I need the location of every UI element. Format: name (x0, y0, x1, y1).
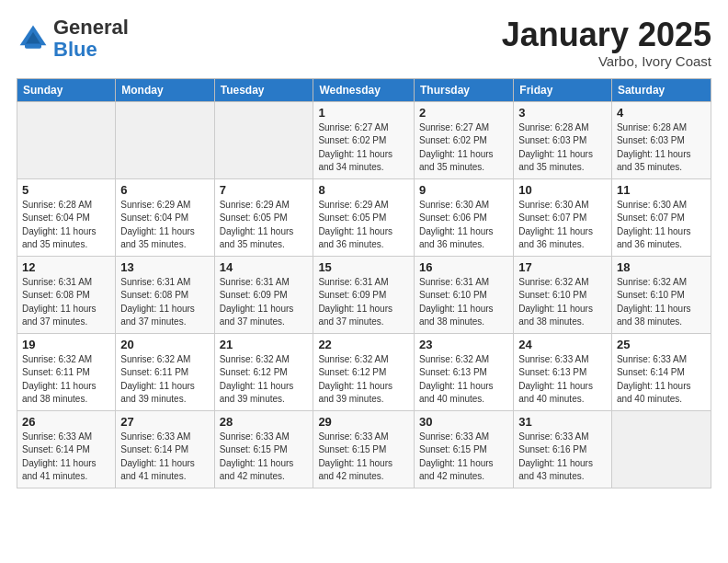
calendar-cell: 21Sunrise: 6:32 AM Sunset: 6:12 PM Dayli… (214, 333, 313, 410)
header: General Blue January 2025 Varbo, Ivory C… (17, 17, 711, 69)
calendar-header-sunday: Sunday (17, 78, 116, 101)
calendar-header-row: SundayMondayTuesdayWednesdayThursdayFrid… (17, 78, 711, 101)
calendar-header-wednesday: Wednesday (313, 78, 415, 101)
calendar-cell: 13Sunrise: 6:31 AM Sunset: 6:08 PM Dayli… (116, 256, 214, 333)
day-info: Sunrise: 6:32 AM Sunset: 6:10 PM Dayligh… (518, 276, 607, 329)
day-number: 14 (220, 260, 309, 274)
day-number: 31 (518, 415, 607, 429)
day-info: Sunrise: 6:31 AM Sunset: 6:10 PM Dayligh… (419, 276, 508, 329)
logo-icon (17, 22, 50, 55)
day-number: 19 (22, 338, 110, 351)
calendar-cell: 2Sunrise: 6:27 AM Sunset: 6:02 PM Daylig… (414, 101, 513, 178)
day-number: 12 (22, 260, 110, 274)
day-number: 18 (617, 260, 706, 274)
calendar-header-saturday: Saturday (611, 78, 711, 101)
day-number: 30 (419, 415, 508, 429)
day-info: Sunrise: 6:32 AM Sunset: 6:12 PM Dayligh… (220, 353, 309, 407)
calendar-cell: 7Sunrise: 6:29 AM Sunset: 6:05 PM Daylig… (214, 178, 313, 256)
day-info: Sunrise: 6:33 AM Sunset: 6:14 PM Dayligh… (120, 431, 209, 484)
day-info: Sunrise: 6:32 AM Sunset: 6:11 PM Dayligh… (120, 353, 209, 407)
calendar-cell: 28Sunrise: 6:33 AM Sunset: 6:15 PM Dayli… (214, 410, 313, 488)
day-info: Sunrise: 6:32 AM Sunset: 6:10 PM Dayligh… (617, 276, 706, 329)
calendar-cell: 4Sunrise: 6:28 AM Sunset: 6:03 PM Daylig… (611, 101, 711, 178)
svg-rect-2 (25, 44, 41, 49)
calendar-cell: 15Sunrise: 6:31 AM Sunset: 6:09 PM Dayli… (313, 256, 415, 333)
calendar-header-tuesday: Tuesday (214, 78, 313, 101)
day-number: 6 (120, 183, 209, 197)
day-number: 8 (318, 183, 409, 197)
day-info: Sunrise: 6:29 AM Sunset: 6:05 PM Dayligh… (318, 199, 409, 252)
calendar-cell: 22Sunrise: 6:32 AM Sunset: 6:12 PM Dayli… (313, 333, 415, 410)
day-number: 29 (318, 415, 409, 429)
calendar-cell: 17Sunrise: 6:32 AM Sunset: 6:10 PM Dayli… (514, 256, 612, 333)
title-block: January 2025 Varbo, Ivory Coast (502, 17, 711, 69)
calendar-cell: 10Sunrise: 6:30 AM Sunset: 6:07 PM Dayli… (514, 178, 612, 256)
calendar-header-friday: Friday (514, 78, 612, 101)
day-number: 24 (518, 338, 607, 351)
calendar-cell (17, 101, 116, 178)
day-info: Sunrise: 6:31 AM Sunset: 6:09 PM Dayligh… (220, 276, 309, 329)
day-number: 26 (22, 415, 110, 429)
calendar-cell: 1Sunrise: 6:27 AM Sunset: 6:02 PM Daylig… (313, 101, 415, 178)
day-info: Sunrise: 6:27 AM Sunset: 6:02 PM Dayligh… (419, 121, 508, 175)
calendar-cell: 30Sunrise: 6:33 AM Sunset: 6:15 PM Dayli… (414, 410, 513, 488)
day-number: 9 (419, 183, 508, 197)
calendar-cell: 5Sunrise: 6:28 AM Sunset: 6:04 PM Daylig… (17, 178, 116, 256)
day-info: Sunrise: 6:30 AM Sunset: 6:06 PM Dayligh… (419, 199, 508, 252)
day-info: Sunrise: 6:33 AM Sunset: 6:15 PM Dayligh… (419, 431, 508, 484)
calendar-cell: 26Sunrise: 6:33 AM Sunset: 6:14 PM Dayli… (17, 410, 116, 488)
day-info: Sunrise: 6:32 AM Sunset: 6:13 PM Dayligh… (419, 353, 508, 407)
day-number: 21 (220, 338, 309, 351)
day-number: 13 (120, 260, 209, 274)
calendar-cell: 16Sunrise: 6:31 AM Sunset: 6:10 PM Dayli… (414, 256, 513, 333)
calendar-cell: 20Sunrise: 6:32 AM Sunset: 6:11 PM Dayli… (116, 333, 214, 410)
calendar-cell (611, 410, 711, 488)
calendar-week-1: 1Sunrise: 6:27 AM Sunset: 6:02 PM Daylig… (17, 101, 711, 178)
subtitle: Varbo, Ivory Coast (502, 53, 711, 69)
calendar-header-thursday: Thursday (414, 78, 513, 101)
day-number: 17 (518, 260, 607, 274)
calendar-cell: 27Sunrise: 6:33 AM Sunset: 6:14 PM Dayli… (116, 410, 214, 488)
day-number: 7 (220, 183, 309, 197)
calendar-cell (214, 101, 313, 178)
calendar-week-2: 5Sunrise: 6:28 AM Sunset: 6:04 PM Daylig… (17, 178, 711, 256)
day-info: Sunrise: 6:30 AM Sunset: 6:07 PM Dayligh… (617, 199, 706, 252)
calendar-cell: 24Sunrise: 6:33 AM Sunset: 6:13 PM Dayli… (514, 333, 612, 410)
calendar-cell: 29Sunrise: 6:33 AM Sunset: 6:15 PM Dayli… (313, 410, 415, 488)
day-info: Sunrise: 6:27 AM Sunset: 6:02 PM Dayligh… (318, 121, 409, 175)
day-number: 1 (318, 106, 409, 120)
logo-general: General (53, 16, 129, 39)
day-info: Sunrise: 6:28 AM Sunset: 6:03 PM Dayligh… (518, 121, 607, 175)
day-info: Sunrise: 6:32 AM Sunset: 6:11 PM Dayligh… (22, 353, 110, 407)
day-number: 25 (617, 338, 706, 351)
calendar-cell: 6Sunrise: 6:29 AM Sunset: 6:04 PM Daylig… (116, 178, 214, 256)
calendar-week-3: 12Sunrise: 6:31 AM Sunset: 6:08 PM Dayli… (17, 256, 711, 333)
calendar-cell (116, 101, 214, 178)
logo-blue: Blue (53, 38, 97, 61)
day-info: Sunrise: 6:31 AM Sunset: 6:09 PM Dayligh… (318, 276, 409, 329)
day-info: Sunrise: 6:33 AM Sunset: 6:14 PM Dayligh… (22, 431, 110, 484)
logo: General Blue (17, 17, 129, 61)
day-number: 5 (22, 183, 110, 197)
day-info: Sunrise: 6:33 AM Sunset: 6:14 PM Dayligh… (617, 353, 706, 407)
calendar-cell: 12Sunrise: 6:31 AM Sunset: 6:08 PM Dayli… (17, 256, 116, 333)
calendar-cell: 18Sunrise: 6:32 AM Sunset: 6:10 PM Dayli… (611, 256, 711, 333)
calendar: SundayMondayTuesdayWednesdayThursdayFrid… (17, 78, 711, 488)
day-info: Sunrise: 6:31 AM Sunset: 6:08 PM Dayligh… (120, 276, 209, 329)
calendar-cell: 14Sunrise: 6:31 AM Sunset: 6:09 PM Dayli… (214, 256, 313, 333)
day-info: Sunrise: 6:33 AM Sunset: 6:13 PM Dayligh… (518, 353, 607, 407)
calendar-cell: 31Sunrise: 6:33 AM Sunset: 6:16 PM Dayli… (514, 410, 612, 488)
calendar-cell: 9Sunrise: 6:30 AM Sunset: 6:06 PM Daylig… (414, 178, 513, 256)
day-info: Sunrise: 6:33 AM Sunset: 6:16 PM Dayligh… (518, 431, 607, 484)
calendar-cell: 11Sunrise: 6:30 AM Sunset: 6:07 PM Dayli… (611, 178, 711, 256)
month-title: January 2025 (502, 17, 711, 53)
day-info: Sunrise: 6:29 AM Sunset: 6:04 PM Dayligh… (120, 199, 209, 252)
day-number: 23 (419, 338, 508, 351)
day-number: 4 (617, 106, 706, 120)
calendar-cell: 8Sunrise: 6:29 AM Sunset: 6:05 PM Daylig… (313, 178, 415, 256)
day-number: 27 (120, 415, 209, 429)
calendar-cell: 3Sunrise: 6:28 AM Sunset: 6:03 PM Daylig… (514, 101, 612, 178)
day-number: 22 (318, 338, 409, 351)
calendar-header-monday: Monday (116, 78, 214, 101)
day-info: Sunrise: 6:28 AM Sunset: 6:03 PM Dayligh… (617, 121, 706, 175)
